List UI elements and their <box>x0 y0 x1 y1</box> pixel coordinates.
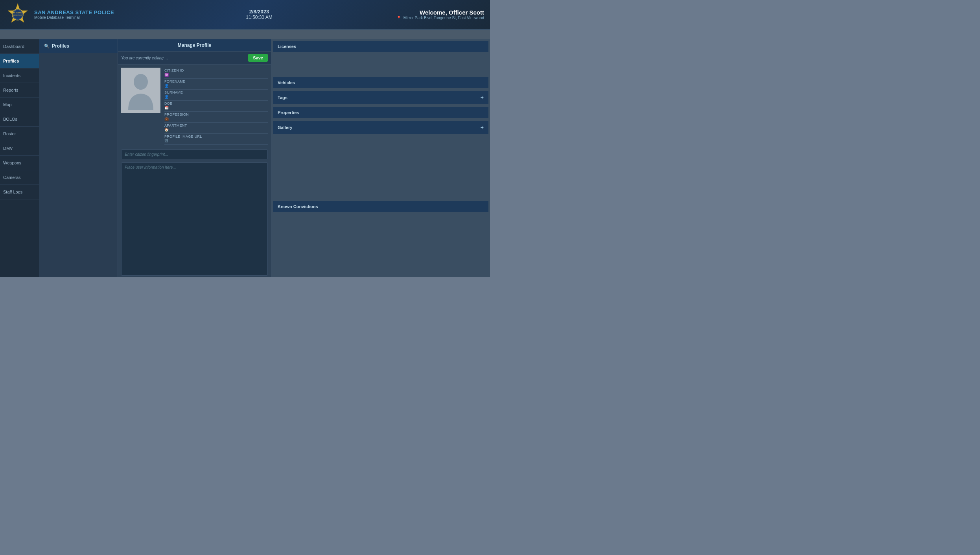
vehicles-label: Vehicles <box>278 80 295 85</box>
sidebar-item-dashboard[interactable]: Dashboard <box>0 39 39 54</box>
section-licenses[interactable]: Licenses <box>273 41 488 52</box>
field-dob: DOB 📅 <box>164 101 268 112</box>
citizen-id-icon: 🆔 <box>164 73 268 77</box>
manage-panel: Manage Profile You are currently editing… <box>118 39 271 277</box>
forename-icon: 👤 <box>164 84 268 88</box>
forename-label: Forename <box>164 79 268 83</box>
field-profession: Profession 💼 <box>164 112 268 123</box>
header: SAN ANDREAS STATE POLICE SAN ANDREAS STA… <box>0 0 490 30</box>
field-forename: Forename 👤 <box>164 79 268 90</box>
profession-label: Profession <box>164 112 268 116</box>
header-time: 11:50:30 AM <box>184 15 334 20</box>
sidebar-item-reports[interactable]: Reports <box>0 83 39 98</box>
profile-image-url-label: Profile Image URL <box>164 135 268 138</box>
main-layout: Dashboard Profiles Incidents Reports Map… <box>0 39 490 277</box>
save-button[interactable]: Save <box>248 54 268 62</box>
profile-image-url-icon: 🖼 <box>164 139 268 143</box>
gallery-label: Gallery <box>278 125 292 130</box>
profile-photo <box>121 68 160 113</box>
location-text: 📍 Mirror Park Blvd, Tangerine St, East V… <box>334 16 484 20</box>
section-known-convictions[interactable]: Known Convictions <box>273 201 488 212</box>
pin-icon: 📍 <box>396 16 401 20</box>
known-convictions-label: Known Convictions <box>278 204 318 209</box>
profile-fields: Citizen ID 🆔 Forename 👤 Surname 👤 DOB 📅 <box>164 68 268 145</box>
sidebar-item-incidents[interactable]: Incidents <box>0 68 39 83</box>
section-properties[interactable]: Properties <box>273 107 488 118</box>
dob-icon: 📅 <box>164 106 268 110</box>
svg-text:SAN ANDREAS: SAN ANDREAS <box>12 12 24 14</box>
licenses-label: Licenses <box>278 44 296 49</box>
location-value: Mirror Park Blvd, Tangerine St, East Vin… <box>403 16 484 20</box>
sidebar-item-staff-logs[interactable]: Staff Logs <box>0 185 39 199</box>
svg-text:STATE POLICE: STATE POLICE <box>13 15 23 16</box>
sidebar-item-profiles[interactable]: Profiles <box>0 54 39 68</box>
section-gallery[interactable]: Gallery + <box>273 121 488 134</box>
welcome-text: Welcome, Officer Scott <box>334 9 484 16</box>
content-area: 🔍 Profiles Manage Profile You are curren… <box>39 39 490 277</box>
field-apartment: Apartment 🏠 <box>164 123 268 134</box>
field-citizen-id: Citizen ID 🆔 <box>164 68 268 79</box>
dob-label: DOB <box>164 101 268 105</box>
header-datetime: 2/8/2023 11:50:30 AM <box>184 9 334 20</box>
profiles-panel: 🔍 Profiles <box>39 39 118 277</box>
sidebar-item-weapons[interactable]: Weapons <box>0 156 39 170</box>
editing-text: You are currently editing ... <box>121 56 168 60</box>
header-title: SAN ANDREAS STATE POLICE Mobile Database… <box>34 9 184 20</box>
field-profile-image-url: Profile Image URL 🖼 <box>164 134 268 145</box>
sidebar-item-bolos[interactable]: BOLOs <box>0 112 39 127</box>
manage-panel-header: Manage Profile <box>118 39 271 52</box>
sidebar-item-cameras[interactable]: Cameras <box>0 170 39 185</box>
fingerprint-input[interactable]: Enter citizen fingerprint... <box>121 149 268 159</box>
section-vehicles[interactable]: Vehicles <box>273 77 488 88</box>
sidebar-item-map[interactable]: Map <box>0 98 39 112</box>
header-user: Welcome, Officer Scott 📍 Mirror Park Blv… <box>334 9 484 20</box>
sidebar-item-dmv[interactable]: DMV <box>0 141 39 156</box>
surname-icon: 👤 <box>164 95 268 99</box>
properties-label: Properties <box>278 110 299 115</box>
right-panel: Licenses Vehicles Tags + Properties Gall… <box>271 39 490 277</box>
sidebar: Dashboard Profiles Incidents Reports Map… <box>0 39 39 277</box>
sub-title: Mobile Database Terminal <box>34 15 184 20</box>
field-surname: Surname 👤 <box>164 90 268 101</box>
profession-icon: 💼 <box>164 117 268 121</box>
tags-plus-icon[interactable]: + <box>481 94 484 101</box>
convictions-spacer <box>271 214 490 278</box>
fingerprint-placeholder: Enter citizen fingerprint... <box>125 152 168 157</box>
sidebar-item-roster[interactable]: Roster <box>0 127 39 141</box>
profiles-panel-header: 🔍 Profiles <box>39 39 118 53</box>
svg-point-5 <box>134 74 148 90</box>
profile-body: Citizen ID 🆔 Forename 👤 Surname 👤 DOB 📅 <box>118 65 271 148</box>
section-tags[interactable]: Tags + <box>273 91 488 104</box>
profiles-panel-title: Profiles <box>52 43 69 49</box>
info-placeholder: Place user information here... <box>125 165 176 170</box>
editing-bar: You are currently editing ... Save <box>118 52 271 65</box>
tags-label: Tags <box>278 95 287 100</box>
apartment-label: Apartment <box>164 124 268 127</box>
org-name: SAN ANDREAS STATE POLICE <box>34 9 184 15</box>
search-icon: 🔍 <box>44 44 50 49</box>
police-badge: SAN ANDREAS STATE POLICE <box>6 3 29 26</box>
info-textarea[interactable]: Place user information here... <box>121 162 268 276</box>
citizen-id-label: Citizen ID <box>164 68 268 72</box>
apartment-icon: 🏠 <box>164 128 268 132</box>
header-date: 2/8/2023 <box>184 9 334 15</box>
top-bar <box>0 30 490 39</box>
surname-label: Surname <box>164 90 268 94</box>
gallery-plus-icon[interactable]: + <box>481 124 484 131</box>
